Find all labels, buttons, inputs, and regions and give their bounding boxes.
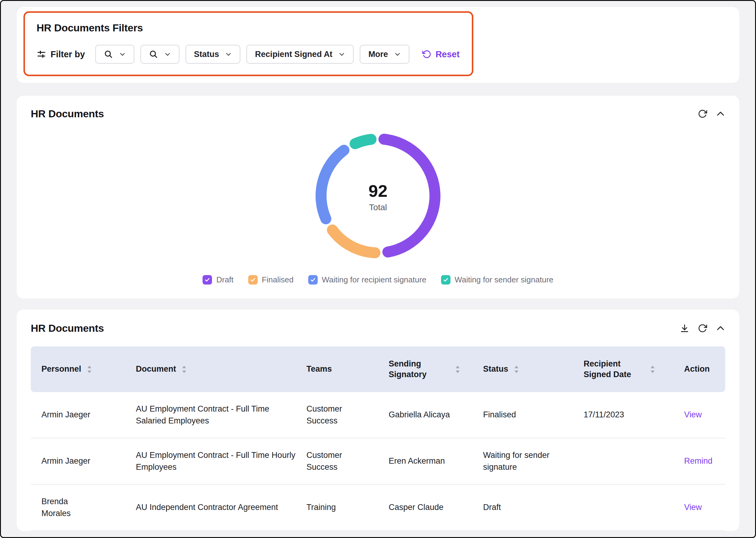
status-filter-dropdown[interactable]: Status [185, 45, 241, 64]
legend-checkbox[interactable] [441, 275, 450, 285]
cell-document: AU Independent Contractor Agreement [136, 494, 306, 521]
filters-title: HR Documents Filters [36, 22, 460, 34]
row-action-link[interactable]: Remind [684, 457, 712, 465]
column-label: Status [483, 364, 508, 374]
table-header-row: PersonnelDocumentTeamsSending SignatoryS… [31, 347, 725, 392]
recipient-signed-at-filter-dropdown[interactable]: Recipient Signed At [246, 45, 354, 64]
cell-action: View [684, 401, 716, 429]
more-filter-dropdown[interactable]: More [360, 45, 409, 64]
column-header-action: Action [684, 364, 716, 374]
sort-icon[interactable] [87, 365, 92, 373]
cell-status: Finalised [483, 401, 583, 429]
column-label: Recipient Signed Date [583, 358, 644, 380]
cell-personnel: Armin Jaeger [41, 401, 102, 429]
cell-sending-signatory: Casper Claude [389, 494, 483, 521]
sliders-icon [36, 49, 46, 59]
table-row: Armin JaegerAU Employment Contract - Ful… [31, 438, 725, 485]
legend-checkbox[interactable] [248, 275, 258, 285]
cell-sending-signatory: Gabriella Alicaya [389, 401, 483, 429]
chevron-down-icon [338, 51, 345, 58]
chevron-down-icon [394, 51, 401, 58]
chevron-down-icon [225, 51, 232, 58]
column-header-personnel[interactable]: Personnel [41, 364, 136, 374]
column-label: Sending Signatory [389, 358, 450, 380]
cell-document: AU Employment Contract - Full Time Hourl… [136, 441, 306, 481]
recipient-signed-at-filter-label: Recipient Signed At [255, 50, 332, 59]
donut-center: 92 Total [311, 129, 445, 264]
legend-item-finalised[interactable]: Finalised [248, 275, 294, 285]
cell-action: Remind [684, 447, 721, 475]
status-filter-label: Status [194, 50, 219, 59]
cell-recipient-signed-date [583, 453, 684, 469]
chart-card-header: HR Documents [31, 108, 725, 120]
column-label: Action [684, 364, 710, 374]
legend-item-waiting-for-sender-signature[interactable]: Waiting for sender signature [441, 275, 553, 285]
filters-card: HR Documents Filters Filter by [17, 7, 739, 83]
chevron-down-icon [164, 51, 171, 58]
page: HR Documents Filters Filter by [1, 1, 755, 531]
column-label: Personnel [41, 364, 81, 374]
row-action-link[interactable]: View [684, 503, 702, 512]
cell-recipient-signed-date [583, 500, 684, 515]
cell-sending-signatory: Eren Ackerman [389, 447, 483, 475]
total-label: Total [369, 203, 387, 212]
chevron-down-icon [119, 51, 126, 58]
legend-checkbox[interactable] [308, 275, 318, 285]
hr-documents-table: PersonnelDocumentTeamsSending SignatoryS… [31, 347, 725, 531]
sort-icon[interactable] [455, 365, 460, 373]
cell-teams: Customer Success [306, 441, 358, 481]
table-body: Armin JaegerAU Employment Contract - Ful… [31, 392, 725, 531]
annotation-highlight-box: HR Documents Filters Filter by [24, 11, 473, 76]
cell-personnel: Armin Jaeger [41, 447, 102, 475]
refresh-button[interactable] [698, 324, 707, 333]
legend-label: Waiting for recipient signature [322, 275, 427, 285]
more-filter-label: More [368, 50, 388, 59]
total-value: 92 [369, 181, 387, 201]
chart-card-actions [698, 109, 725, 119]
cell-status: Draft [483, 494, 583, 521]
cell-personnel: Brenda Morales [41, 488, 102, 527]
legend-label: Waiting for sender signature [455, 275, 553, 285]
filter-by-label: Filter by [51, 49, 85, 59]
chart-legend: DraftFinalisedWaiting for recipient sign… [31, 275, 725, 285]
column-header-sending-signatory[interactable]: Sending Signatory [389, 358, 483, 380]
search-filter-dropdown-1[interactable] [95, 45, 134, 64]
reset-icon [422, 50, 431, 59]
cell-teams: Customer Success [306, 395, 358, 435]
filter-row: Filter by [36, 45, 460, 64]
filter-by: Filter by [36, 49, 85, 59]
cell-document: AU Employment Contract - Full Time Salar… [136, 395, 306, 435]
cell-recipient-signed-date: 17/11/2023 [583, 401, 684, 429]
sort-icon[interactable] [514, 365, 519, 373]
legend-item-waiting-for-recipient-signature[interactable]: Waiting for recipient signature [308, 275, 427, 285]
column-header-document[interactable]: Document [136, 364, 306, 374]
sort-icon[interactable] [181, 365, 187, 373]
search-icon [149, 50, 158, 59]
reset-label: Reset [435, 49, 460, 59]
cell-action: View [684, 494, 716, 521]
refresh-button[interactable] [698, 109, 707, 119]
search-filter-dropdown-2[interactable] [140, 45, 179, 64]
download-button[interactable] [680, 324, 689, 333]
row-action-link[interactable]: View [684, 410, 702, 419]
reset-button[interactable]: Reset [422, 49, 460, 59]
column-header-recipient-signed-date[interactable]: Recipient Signed Date [583, 358, 684, 380]
chart-card-title: HR Documents [31, 108, 104, 120]
legend-item-draft[interactable]: Draft [203, 275, 233, 285]
table-card: HR Documents PersonnelDocumentTeamsSendi… [17, 309, 739, 531]
collapse-button[interactable] [716, 109, 725, 119]
search-icon [104, 50, 113, 59]
cell-status: Waiting for sender signature [483, 441, 583, 481]
column-header-status[interactable]: Status [483, 364, 583, 374]
table-card-actions [680, 324, 725, 333]
column-label: Document [136, 364, 176, 374]
table-card-header: HR Documents [31, 322, 725, 334]
legend-label: Draft [216, 275, 233, 285]
table-card-title: HR Documents [31, 322, 104, 334]
chart-card: HR Documents 92 Total DraftFinalisedWait… [17, 96, 739, 298]
collapse-button[interactable] [716, 324, 725, 333]
sort-icon[interactable] [650, 365, 655, 373]
legend-label: Finalised [262, 275, 294, 285]
legend-checkbox[interactable] [203, 275, 212, 285]
cell-teams: Training [306, 494, 358, 521]
